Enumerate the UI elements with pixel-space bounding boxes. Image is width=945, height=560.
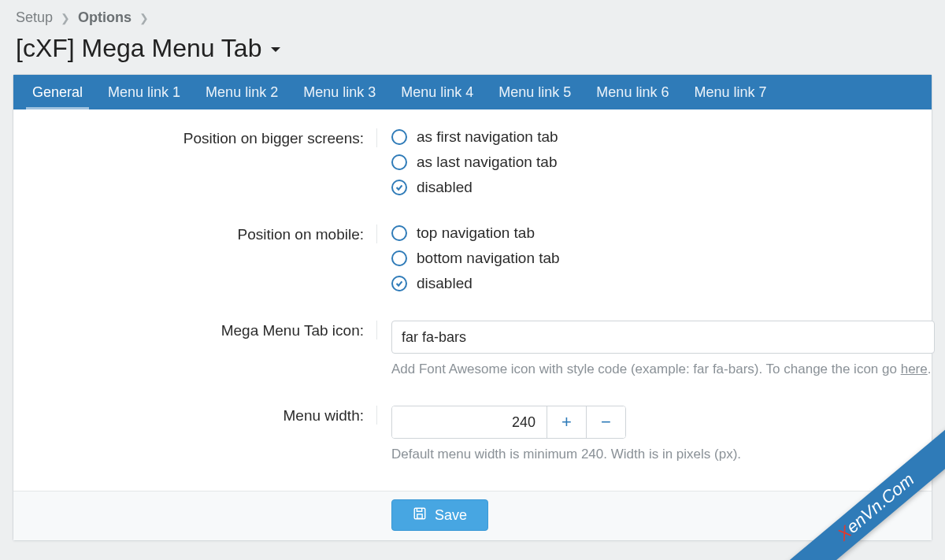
radio-mobile-top[interactable]: top navigation tab bbox=[391, 224, 921, 242]
radio-bigger-first[interactable]: as first navigation tab bbox=[391, 128, 921, 146]
radio-mobile-bottom[interactable]: bottom navigation tab bbox=[391, 250, 921, 267]
radios-position-mobile: top navigation tab bottom navigation tab… bbox=[391, 224, 921, 292]
breadcrumb-setup[interactable]: Setup bbox=[16, 9, 53, 26]
panel-footer: Save bbox=[13, 491, 932, 540]
chevron-right-icon: ❯ bbox=[139, 12, 149, 24]
chevron-right-icon: ❯ bbox=[61, 12, 70, 24]
save-button[interactable]: Save bbox=[391, 499, 488, 531]
radio-icon bbox=[391, 154, 407, 170]
label-icon: Mega Menu Tab icon: bbox=[24, 321, 377, 339]
radios-position-bigger: as first navigation tab as last navigati… bbox=[391, 128, 921, 196]
radio-icon bbox=[391, 129, 407, 145]
radio-icon bbox=[391, 276, 407, 291]
label-position-bigger: Position on bigger screens: bbox=[24, 128, 377, 147]
tab-menu-link-5[interactable]: Menu link 5 bbox=[486, 75, 584, 109]
breadcrumb: Setup ❯ Options ❯ bbox=[16, 9, 929, 26]
icon-input[interactable] bbox=[391, 321, 935, 354]
width-stepper: + − bbox=[391, 406, 626, 439]
radio-label: disabled bbox=[417, 275, 472, 292]
stepper-minus[interactable]: − bbox=[586, 406, 625, 438]
tab-menu-link-1[interactable]: Menu link 1 bbox=[95, 75, 193, 109]
page-title: [cXF] Mega Menu Tab bbox=[16, 34, 261, 63]
label-position-mobile: Position on mobile: bbox=[24, 224, 377, 243]
breadcrumb-options[interactable]: Options bbox=[78, 9, 132, 26]
radio-label: as first navigation tab bbox=[417, 128, 558, 146]
options-panel: General Menu link 1 Menu link 2 Menu lin… bbox=[13, 74, 932, 541]
radio-icon bbox=[391, 180, 407, 195]
stepper-plus[interactable]: + bbox=[547, 406, 586, 438]
save-label: Save bbox=[435, 507, 467, 524]
caret-down-icon bbox=[269, 43, 282, 57]
save-icon bbox=[413, 506, 427, 525]
radio-bigger-last[interactable]: as last navigation tab bbox=[391, 154, 921, 171]
radio-label: as last navigation tab bbox=[417, 154, 558, 171]
tab-menu-link-6[interactable]: Menu link 6 bbox=[584, 75, 681, 109]
radio-icon bbox=[391, 250, 407, 266]
width-help: Default menu width is minimum 240. Width… bbox=[391, 447, 921, 462]
minus-icon: − bbox=[601, 412, 611, 432]
icon-help-text: Add Font Awesome icon with style code (e… bbox=[391, 362, 901, 376]
radio-label: bottom navigation tab bbox=[417, 250, 560, 267]
page-title-row[interactable]: [cXF] Mega Menu Tab bbox=[16, 34, 929, 63]
label-width: Menu width: bbox=[24, 406, 377, 425]
icon-help-link[interactable]: here bbox=[901, 362, 928, 376]
tab-general[interactable]: General bbox=[20, 75, 95, 109]
plus-icon: + bbox=[561, 412, 572, 432]
tabs: General Menu link 1 Menu link 2 Menu lin… bbox=[13, 75, 932, 109]
tab-menu-link-2[interactable]: Menu link 2 bbox=[193, 75, 291, 109]
tab-menu-link-7[interactable]: Menu link 7 bbox=[681, 75, 779, 109]
tab-menu-link-3[interactable]: Menu link 3 bbox=[291, 75, 388, 109]
icon-help-suffix: . bbox=[928, 362, 932, 376]
icon-help: Add Font Awesome icon with style code (e… bbox=[391, 362, 935, 377]
radio-label: disabled bbox=[417, 179, 472, 196]
tab-menu-link-4[interactable]: Menu link 4 bbox=[388, 75, 486, 109]
svg-rect-0 bbox=[414, 508, 425, 519]
radio-label: top navigation tab bbox=[417, 224, 535, 242]
radio-icon bbox=[391, 225, 407, 241]
svg-rect-1 bbox=[417, 514, 422, 517]
radio-bigger-disabled[interactable]: disabled bbox=[391, 179, 921, 196]
radio-mobile-disabled[interactable]: disabled bbox=[391, 275, 921, 292]
width-input[interactable] bbox=[392, 406, 547, 438]
